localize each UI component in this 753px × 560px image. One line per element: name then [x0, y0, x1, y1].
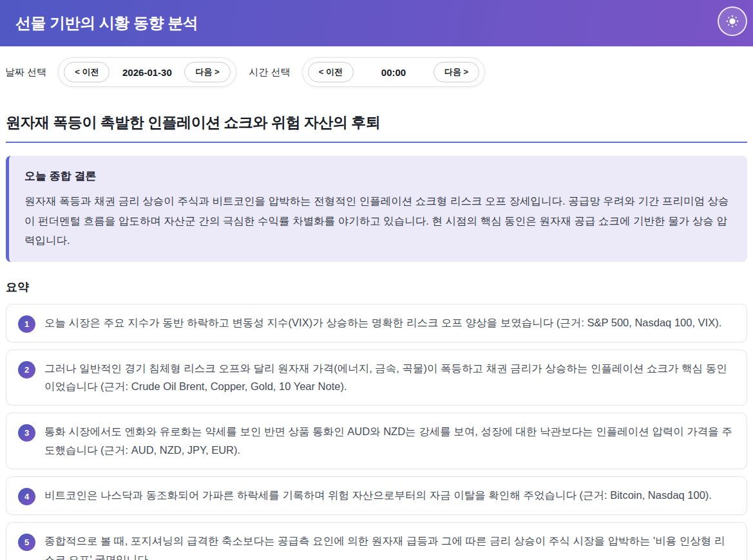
summary-item-4: 4 비트코인은 나스닥과 동조화되어 가파른 하락세를 기록하며 위험 자산으로…	[6, 476, 747, 515]
summary-item-text: 통화 시장에서도 엔화와 유로화는 약세를 보인 반면 상품 통화인 AUD와 …	[44, 422, 735, 460]
report-title: 원자재 폭등이 촉발한 인플레이션 쇼크와 위험 자산의 후퇴	[6, 113, 747, 143]
date-selector: < 이전 2026-01-30 다음 >	[58, 57, 236, 87]
time-selector: < 이전 00:00 다음 >	[302, 57, 485, 87]
item-number-badge: 4	[18, 488, 35, 505]
conclusion-heading: 오늘 종합 결론	[24, 169, 733, 183]
conclusion-body: 원자재 폭등과 채권 금리 상승이 주식과 비트코인을 압박하는 전형적인 인플…	[24, 191, 733, 250]
summary-item-2: 2 그러나 일반적인 경기 침체형 리스크 오프와 달리 원자재 가격(에너지,…	[6, 350, 747, 406]
time-next-button[interactable]: 다음 >	[434, 62, 479, 82]
toolbar: 날짜 선택 < 이전 2026-01-30 다음 > 시간 선택 < 이전 00…	[0, 46, 753, 97]
app-header: 선물 기반의 시황 동향 분석	[0, 0, 753, 46]
date-value: 2026-01-30	[110, 67, 184, 78]
summary-item-text: 종합적으로 볼 때, 포지셔닝의 급격한 축소보다는 공급측 요인에 의한 원자…	[44, 532, 735, 560]
summary-item-text: 오늘 시장은 주요 지수가 동반 하락하고 변동성 지수(VIX)가 상승하는 …	[44, 313, 721, 332]
summary-heading: 요약	[6, 279, 747, 295]
time-prev-button[interactable]: < 이전	[308, 62, 354, 82]
item-number-badge: 2	[18, 361, 35, 378]
date-prev-button[interactable]: < 이전	[64, 62, 110, 82]
summary-item-text: 비트코인은 나스닥과 동조화되어 가파른 하락세를 기록하며 위험 자산으로부터…	[44, 486, 712, 505]
theme-toggle-button[interactable]	[718, 6, 747, 36]
conclusion-card: 오늘 종합 결론 원자재 폭등과 채권 금리 상승이 주식과 비트코인을 압박하…	[6, 156, 747, 262]
summary-item-5: 5 종합적으로 볼 때, 포지셔닝의 급격한 축소보다는 공급측 요인에 의한 …	[6, 522, 747, 560]
summary-item-1: 1 오늘 시장은 주요 지수가 동반 하락하고 변동성 지수(VIX)가 상승하…	[6, 304, 747, 342]
time-value: 00:00	[354, 67, 434, 78]
date-select-label: 날짜 선택	[5, 66, 46, 79]
time-select-label: 시간 선택	[249, 66, 291, 79]
summary-item-3: 3 통화 시장에서도 엔화와 유로화는 약세를 보인 반면 상품 통화인 AUD…	[6, 413, 747, 469]
item-number-badge: 3	[18, 424, 35, 442]
summary-item-text: 그러나 일반적인 경기 침체형 리스크 오프와 달리 원자재 가격(에너지, 금…	[44, 359, 735, 397]
item-number-badge: 5	[18, 534, 35, 551]
report-content: 원자재 폭등이 촉발한 인플레이션 쇼크와 위험 자산의 후퇴 오늘 종합 결론…	[0, 113, 753, 560]
sun-icon	[725, 14, 739, 28]
page-title: 선물 기반의 시황 동향 분석	[15, 13, 198, 33]
item-number-badge: 1	[18, 315, 35, 333]
date-next-button[interactable]: 다음 >	[184, 62, 230, 82]
